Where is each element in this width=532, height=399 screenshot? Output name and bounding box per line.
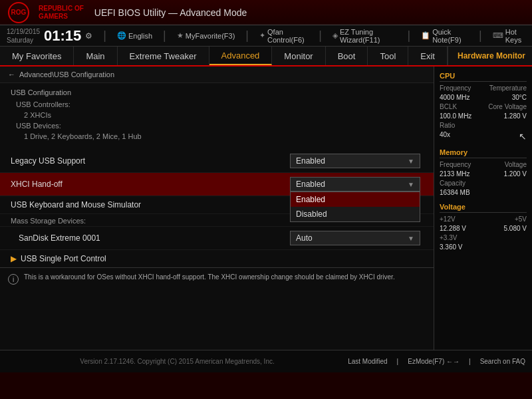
section-title: USB Configuration: [11, 88, 423, 96]
cpu-corevolt-value: 1.280 V: [504, 112, 527, 120]
xhci-dropdown-menu: Enabled Disabled: [290, 192, 420, 222]
mem-freq-row: Frequency Voltage: [440, 161, 527, 168]
mem-volt-value: 1.200 V: [504, 170, 527, 178]
mem-freq-val-row: 2133 MHz 1.200 V: [440, 170, 527, 178]
lang-label: English: [128, 32, 152, 40]
divider1: |: [103, 29, 106, 43]
time-gear-icon[interactable]: ⚙: [85, 31, 92, 41]
legacy-usb-dropdown-arrow: ▼: [408, 158, 414, 165]
qfan-label: Qfan Control(F6): [267, 28, 308, 44]
myfavorite-button[interactable]: ★ MyFavorite(F3): [177, 31, 235, 40]
voltage-section-title: Voltage: [440, 203, 527, 213]
cpu-corevolt-label: Core Voltage: [488, 103, 527, 110]
ez-tuning-button[interactable]: ◈ EZ Tuning Wizard(F11): [332, 28, 397, 44]
cpu-ratio-value: 40x: [440, 131, 450, 142]
bottom-links: Last Modified | EzMode(F7) ←→ | Search o…: [348, 358, 525, 365]
favorite-icon: ★: [177, 31, 184, 40]
lang-icon: 🌐: [117, 31, 126, 40]
mass-storage-label: Mass Storage Devices:: [11, 217, 86, 225]
sandisk-select[interactable]: Auto ▼: [290, 231, 420, 245]
tab-monitor[interactable]: Monitor: [272, 47, 325, 65]
myfavorite-label: MyFavorite(F3): [186, 32, 235, 40]
info-bar: i This is a workaround for OSes without …: [0, 267, 434, 301]
sidebar: CPU Frequency Temperature 4000 MHz 30°C …: [434, 66, 532, 350]
back-arrow-icon[interactable]: ←: [8, 70, 15, 78]
xhci-handoff-row: XHCI Hand-off Enabled ▼ Enabled Disabled: [0, 173, 434, 196]
day-value: Saturday: [7, 37, 33, 44]
tab-boot[interactable]: Boot: [326, 47, 368, 65]
cpu-ratio-val-row: 40x ↖: [440, 131, 527, 142]
mem-cap-val-row: 16384 MB: [440, 189, 527, 196]
tab-advanced[interactable]: Advanced: [209, 47, 273, 65]
legacy-usb-row: Legacy USB Support Enabled ▼: [0, 150, 434, 173]
logo-area: ROG REPUBLIC OF GAMERS UEFI BIOS Utility…: [7, 1, 247, 25]
sandisk-value: Auto ▼: [290, 231, 423, 245]
logo-text: REPUBLIC OF GAMERS: [39, 5, 84, 21]
date-time: 12/19/2015 Saturday 01:15 ⚙: [7, 27, 92, 45]
last-modified-link[interactable]: Last Modified: [348, 358, 387, 365]
quick-note-button[interactable]: 📋 Quick Note(F9): [421, 28, 468, 44]
xhci-handoff-select[interactable]: Enabled ▼: [290, 177, 420, 192]
cursor-icon: ↖: [519, 131, 527, 142]
legacy-usb-select[interactable]: Enabled ▼: [290, 154, 420, 168]
mem-freq-label: Frequency: [440, 161, 471, 168]
bios-title: UEFI BIOS Utility — Advanced Mode: [94, 7, 247, 18]
breadcrumb-text: Advanced\USB Configuration: [19, 70, 114, 78]
hot-keys-button[interactable]: ⌨ Hot Keys: [493, 28, 525, 44]
cpu-section: CPU Frequency Temperature 4000 MHz 30°C …: [440, 72, 527, 142]
tab-tool[interactable]: Tool: [368, 47, 408, 65]
volt12-value: 12.288 V: [440, 225, 466, 232]
breadcrumb: ← Advanced\USB Configuration: [0, 66, 434, 83]
ez-mode-link[interactable]: EzMode(F7) ←→: [408, 358, 460, 365]
mem-cap-label: Capacity: [440, 180, 466, 187]
tab-my-favorites[interactable]: My Favorites: [0, 47, 74, 65]
time-display: 01:15: [44, 27, 81, 45]
version-text: Version 2.17.1246. Copyright (C) 2015 Am…: [7, 358, 348, 365]
logo-line1: REPUBLIC OF: [39, 5, 84, 13]
tab-exit[interactable]: Exit: [408, 47, 448, 65]
cpu-bclk-row: BCLK Core Voltage: [440, 103, 527, 110]
xhci-dropdown-arrow: ▼: [408, 181, 414, 188]
divider4: |: [319, 29, 322, 43]
cpu-ratio-row: Ratio: [440, 122, 527, 129]
usb-single-port-label: USB Single Port Control: [21, 254, 106, 263]
tab-main[interactable]: Main: [74, 47, 117, 65]
cpu-freq-value: 4000 MHz: [440, 94, 470, 101]
usb-controllers-label: USB Controllers:: [11, 99, 423, 110]
usb-devices-value: 1 Drive, 2 Keyboards, 2 Mice, 1 Hub: [11, 131, 423, 142]
time-bar: 12/19/2015 Saturday 01:15 ⚙ | 🌐 English …: [0, 25, 532, 47]
divider5: |: [407, 29, 410, 43]
legacy-usb-value: Enabled ▼: [290, 154, 423, 168]
xhci-handoff-selected: Enabled: [296, 180, 325, 189]
mem-cap-value: 16384 MB: [440, 189, 470, 196]
cpu-bclk-value: 100.0 MHz: [440, 112, 471, 120]
logo-line2: GAMERS: [39, 13, 84, 21]
tab-extreme-tweaker[interactable]: Extreme Tweaker: [118, 47, 209, 65]
header-top: ROG REPUBLIC OF GAMERS UEFI BIOS Utility…: [0, 0, 532, 25]
language-button[interactable]: 🌐 English: [117, 31, 152, 40]
cpu-bclk-label: BCLK: [440, 103, 457, 110]
usb-keyboard-mouse-label: USB Keyboard and Mouse Simulator: [11, 200, 290, 209]
xhci-handoff-label: XHCI Hand-off: [11, 180, 290, 189]
qfan-button[interactable]: ✦ Qfan Control(F6): [259, 28, 308, 44]
legacy-usb-label: Legacy USB Support: [11, 156, 290, 166]
sandisk-row: SanDisk Extreme 0001 Auto ▼: [0, 227, 434, 250]
volt12-val-row: 12.288 V 5.080 V: [440, 225, 527, 232]
settings-list: Legacy USB Support Enabled ▼ XHCI Hand-o…: [0, 150, 434, 250]
usb-config-section: USB Configuration USB Controllers: 2 XHC…: [0, 83, 434, 147]
mem-cap-row: Capacity: [440, 180, 527, 187]
usb-single-port-row[interactable]: ▶ USB Single Port Control: [0, 250, 434, 267]
usb-devices-label: USB Devices:: [11, 120, 423, 131]
search-faq-link[interactable]: Search on FAQ: [480, 358, 525, 365]
volt12-row: +12V +5V: [440, 215, 527, 223]
mem-freq-value: 2133 MHz: [440, 170, 470, 178]
volt5-value: 5.080 V: [504, 225, 527, 232]
volt33-label: +3.3V: [440, 234, 457, 241]
cpu-temp-value: 30°C: [512, 94, 527, 101]
bottom-bar: Version 2.17.1246. Copyright (C) 2015 Am…: [0, 350, 532, 372]
volt33-val-row: 3.360 V: [440, 243, 527, 251]
dropdown-enabled[interactable]: Enabled: [291, 192, 420, 207]
dropdown-disabled[interactable]: Disabled: [291, 207, 420, 221]
volt5-label: +5V: [515, 215, 527, 223]
legacy-usb-selected: Enabled: [296, 156, 325, 166]
